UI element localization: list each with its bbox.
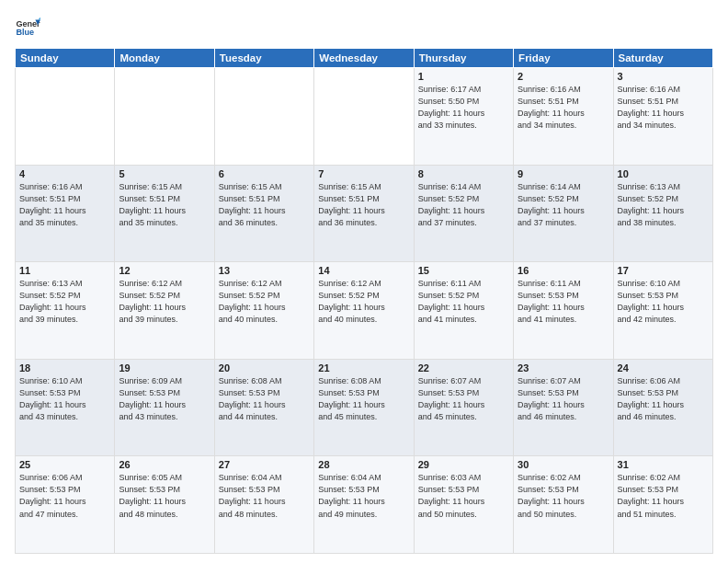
- day-info: Sunrise: 6:02 AM Sunset: 5:53 PM Dayligh…: [518, 472, 609, 520]
- day-number: 16: [518, 265, 609, 276]
- day-info: Sunrise: 6:15 AM Sunset: 5:51 PM Dayligh…: [318, 181, 409, 229]
- page: General Blue SundayMondayTuesdayWednesda…: [0, 0, 728, 563]
- calendar-cell: 1Sunrise: 6:17 AM Sunset: 5:50 PM Daylig…: [414, 68, 513, 166]
- day-info: Sunrise: 6:13 AM Sunset: 5:52 PM Dayligh…: [618, 181, 709, 229]
- calendar-week-5: 25Sunrise: 6:06 AM Sunset: 5:53 PM Dayli…: [16, 456, 713, 554]
- calendar-cell: [16, 68, 115, 166]
- weekday-wednesday: Wednesday: [314, 49, 414, 68]
- calendar-cell: 11Sunrise: 6:13 AM Sunset: 5:52 PM Dayli…: [16, 262, 115, 360]
- weekday-monday: Monday: [115, 49, 214, 68]
- calendar-cell: 17Sunrise: 6:10 AM Sunset: 5:53 PM Dayli…: [613, 262, 712, 360]
- weekday-tuesday: Tuesday: [214, 49, 313, 68]
- calendar-cell: [314, 68, 414, 166]
- calendar-cell: 10Sunrise: 6:13 AM Sunset: 5:52 PM Dayli…: [613, 165, 712, 262]
- day-number: 11: [19, 265, 110, 276]
- day-info: Sunrise: 6:08 AM Sunset: 5:53 PM Dayligh…: [318, 375, 409, 423]
- weekday-sunday: Sunday: [16, 49, 115, 68]
- day-info: Sunrise: 6:04 AM Sunset: 5:53 PM Dayligh…: [318, 472, 409, 520]
- day-number: 10: [618, 168, 709, 179]
- day-number: 25: [19, 459, 110, 470]
- day-info: Sunrise: 6:12 AM Sunset: 5:52 PM Dayligh…: [119, 278, 210, 326]
- day-number: 26: [119, 459, 210, 470]
- calendar-cell: 14Sunrise: 6:12 AM Sunset: 5:52 PM Dayli…: [314, 262, 414, 360]
- day-number: 14: [318, 265, 409, 276]
- calendar-cell: 4Sunrise: 6:16 AM Sunset: 5:51 PM Daylig…: [16, 165, 115, 262]
- day-info: Sunrise: 6:06 AM Sunset: 5:53 PM Dayligh…: [618, 375, 709, 423]
- day-info: Sunrise: 6:12 AM Sunset: 5:52 PM Dayligh…: [318, 278, 409, 326]
- day-info: Sunrise: 6:02 AM Sunset: 5:53 PM Dayligh…: [618, 472, 709, 520]
- day-info: Sunrise: 6:10 AM Sunset: 5:53 PM Dayligh…: [19, 375, 110, 423]
- day-number: 15: [418, 265, 509, 276]
- day-number: 17: [618, 265, 709, 276]
- day-number: 8: [418, 168, 509, 179]
- day-info: Sunrise: 6:16 AM Sunset: 5:51 PM Dayligh…: [618, 84, 709, 132]
- day-number: 1: [418, 71, 509, 82]
- calendar-cell: 22Sunrise: 6:07 AM Sunset: 5:53 PM Dayli…: [414, 359, 513, 456]
- day-number: 20: [219, 362, 310, 373]
- day-number: 31: [618, 459, 709, 470]
- calendar-cell: 5Sunrise: 6:15 AM Sunset: 5:51 PM Daylig…: [115, 165, 214, 262]
- day-number: 29: [418, 459, 509, 470]
- day-info: Sunrise: 6:11 AM Sunset: 5:52 PM Dayligh…: [418, 278, 509, 326]
- day-number: 19: [119, 362, 210, 373]
- weekday-saturday: Saturday: [613, 49, 712, 68]
- day-number: 28: [318, 459, 409, 470]
- calendar-cell: 27Sunrise: 6:04 AM Sunset: 5:53 PM Dayli…: [214, 456, 313, 554]
- day-info: Sunrise: 6:15 AM Sunset: 5:51 PM Dayligh…: [119, 181, 210, 229]
- day-number: 7: [318, 168, 409, 179]
- calendar-cell: 24Sunrise: 6:06 AM Sunset: 5:53 PM Dayli…: [613, 359, 712, 456]
- day-info: Sunrise: 6:11 AM Sunset: 5:53 PM Dayligh…: [518, 278, 609, 326]
- day-number: 2: [518, 71, 609, 82]
- calendar-cell: 6Sunrise: 6:15 AM Sunset: 5:51 PM Daylig…: [214, 165, 313, 262]
- day-info: Sunrise: 6:07 AM Sunset: 5:53 PM Dayligh…: [518, 375, 609, 423]
- calendar-cell: 29Sunrise: 6:03 AM Sunset: 5:53 PM Dayli…: [414, 456, 513, 554]
- weekday-friday: Friday: [514, 49, 613, 68]
- calendar-cell: 15Sunrise: 6:11 AM Sunset: 5:52 PM Dayli…: [414, 262, 513, 360]
- day-number: 4: [19, 168, 110, 179]
- day-number: 3: [618, 71, 709, 82]
- day-number: 9: [518, 168, 609, 179]
- day-number: 5: [119, 168, 210, 179]
- day-number: 22: [418, 362, 509, 373]
- day-info: Sunrise: 6:15 AM Sunset: 5:51 PM Dayligh…: [219, 181, 310, 229]
- day-info: Sunrise: 6:16 AM Sunset: 5:51 PM Dayligh…: [19, 181, 110, 229]
- calendar-week-2: 4Sunrise: 6:16 AM Sunset: 5:51 PM Daylig…: [16, 165, 713, 262]
- day-number: 30: [518, 459, 609, 470]
- day-number: 27: [219, 459, 310, 470]
- day-number: 12: [119, 265, 210, 276]
- day-number: 24: [618, 362, 709, 373]
- calendar-week-3: 11Sunrise: 6:13 AM Sunset: 5:52 PM Dayli…: [16, 262, 713, 360]
- logo-icon: General Blue: [15, 15, 40, 40]
- day-number: 18: [19, 362, 110, 373]
- calendar-cell: 25Sunrise: 6:06 AM Sunset: 5:53 PM Dayli…: [16, 456, 115, 554]
- day-info: Sunrise: 6:07 AM Sunset: 5:53 PM Dayligh…: [418, 375, 509, 423]
- calendar-cell: 3Sunrise: 6:16 AM Sunset: 5:51 PM Daylig…: [613, 68, 712, 166]
- calendar-cell: 8Sunrise: 6:14 AM Sunset: 5:52 PM Daylig…: [414, 165, 513, 262]
- weekday-header-row: SundayMondayTuesdayWednesdayThursdayFrid…: [16, 49, 713, 68]
- day-number: 23: [518, 362, 609, 373]
- day-info: Sunrise: 6:03 AM Sunset: 5:53 PM Dayligh…: [418, 472, 509, 520]
- calendar-cell: 31Sunrise: 6:02 AM Sunset: 5:53 PM Dayli…: [613, 456, 712, 554]
- calendar-table: SundayMondayTuesdayWednesdayThursdayFrid…: [15, 48, 713, 554]
- day-info: Sunrise: 6:17 AM Sunset: 5:50 PM Dayligh…: [418, 84, 509, 132]
- calendar-cell: 16Sunrise: 6:11 AM Sunset: 5:53 PM Dayli…: [514, 262, 613, 360]
- day-info: Sunrise: 6:12 AM Sunset: 5:52 PM Dayligh…: [219, 278, 310, 326]
- day-info: Sunrise: 6:04 AM Sunset: 5:53 PM Dayligh…: [219, 472, 310, 520]
- calendar-cell: 18Sunrise: 6:10 AM Sunset: 5:53 PM Dayli…: [16, 359, 115, 456]
- day-number: 13: [219, 265, 310, 276]
- calendar-cell: 13Sunrise: 6:12 AM Sunset: 5:52 PM Dayli…: [214, 262, 313, 360]
- calendar-cell: 2Sunrise: 6:16 AM Sunset: 5:51 PM Daylig…: [514, 68, 613, 166]
- day-info: Sunrise: 6:14 AM Sunset: 5:52 PM Dayligh…: [418, 181, 509, 229]
- calendar-cell: 28Sunrise: 6:04 AM Sunset: 5:53 PM Dayli…: [314, 456, 414, 554]
- calendar-cell: 20Sunrise: 6:08 AM Sunset: 5:53 PM Dayli…: [214, 359, 313, 456]
- day-number: 6: [219, 168, 310, 179]
- calendar-cell: 9Sunrise: 6:14 AM Sunset: 5:52 PM Daylig…: [514, 165, 613, 262]
- calendar-cell: [214, 68, 313, 166]
- day-info: Sunrise: 6:09 AM Sunset: 5:53 PM Dayligh…: [119, 375, 210, 423]
- calendar-cell: 21Sunrise: 6:08 AM Sunset: 5:53 PM Dayli…: [314, 359, 414, 456]
- day-info: Sunrise: 6:05 AM Sunset: 5:53 PM Dayligh…: [119, 472, 210, 520]
- calendar-week-1: 1Sunrise: 6:17 AM Sunset: 5:50 PM Daylig…: [16, 68, 713, 166]
- calendar-cell: 12Sunrise: 6:12 AM Sunset: 5:52 PM Dayli…: [115, 262, 214, 360]
- calendar-cell: 7Sunrise: 6:15 AM Sunset: 5:51 PM Daylig…: [314, 165, 414, 262]
- day-info: Sunrise: 6:08 AM Sunset: 5:53 PM Dayligh…: [219, 375, 310, 423]
